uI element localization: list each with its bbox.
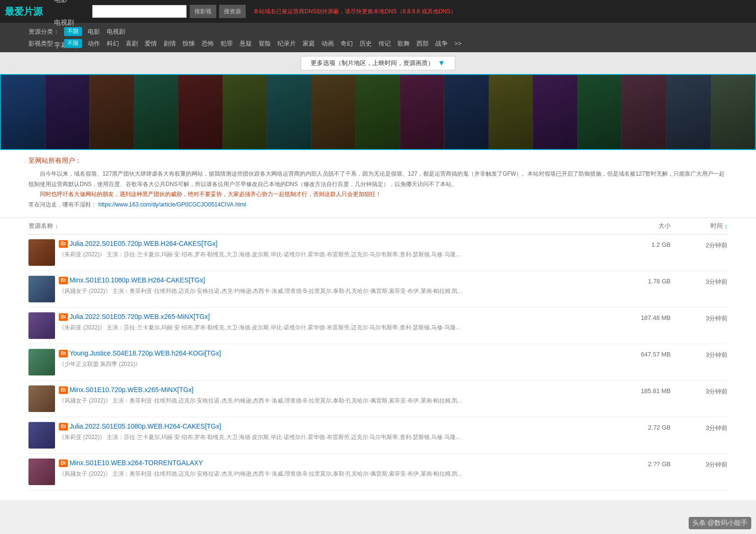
banner-poster-1[interactable] <box>1 75 46 149</box>
category-unlimit[interactable]: 不限 <box>64 27 82 36</box>
resource-title-6[interactable]: Bt Minx.S01E10.WEB.x264-TORRENTGALAXY <box>59 459 462 468</box>
resource-thumb-1[interactable] <box>28 276 55 302</box>
type-thriller[interactable]: 惊悚 <box>183 39 195 48</box>
banner-poster-16[interactable] <box>666 75 711 149</box>
type-family[interactable]: 家庭 <box>303 39 315 48</box>
banner-poster-7[interactable] <box>267 75 312 149</box>
table-row: Bt Minx.S01E10.720p.WEB.x265-MiNX[TGx] 《… <box>28 381 728 417</box>
resource-title-1[interactable]: Bt Minx.S01E10.1080p.WEB.H264-CAKES[TGx] <box>59 276 462 285</box>
banner-poster-15[interactable] <box>622 75 666 149</box>
type-biography[interactable]: 传记 <box>378 39 391 48</box>
type-romance[interactable]: 爱情 <box>145 39 157 48</box>
type-more[interactable]: >> <box>454 40 461 47</box>
site-logo: 最爱片源 <box>5 5 43 18</box>
header: 最爱片源 片源 电影 电视剧 字幕下载 搜影视 搜资源 本站域名已被运营商DNS… <box>0 0 756 23</box>
notice-p3-text: 常在河边走，哪有不湿鞋： <box>28 201 97 208</box>
resource-size-1: 1.78 GB <box>614 276 671 285</box>
sort-name-icon[interactable]: ↕ <box>55 223 58 230</box>
type-horror[interactable]: 恐怖 <box>202 39 214 48</box>
filter-bar: 资源分类： 不限 电影 电视剧 影视类型： 不限 动作 科幻 喜剧 爱情 剧情 … <box>0 23 756 52</box>
banner-poster-2[interactable] <box>46 75 90 149</box>
type-drama[interactable]: 剧情 <box>164 39 176 48</box>
resource-thumb-6[interactable] <box>28 459 55 485</box>
banner-poster-9[interactable] <box>356 75 400 149</box>
resource-text-4: Bt Minx.S01E10.720p.WEB.x265-MiNX[TGx] 《… <box>59 385 462 404</box>
bt-badge-3: Bt <box>59 350 68 357</box>
resource-thumb-3[interactable] <box>28 349 55 375</box>
type-adventure[interactable]: 冒险 <box>258 39 271 48</box>
type-crime[interactable]: 犯罪 <box>221 39 233 48</box>
type-scifi[interactable]: 科幻 <box>107 39 119 48</box>
header-notice: 本站域名已被运营商DNS劫持屏蔽，请尽快更换本地DNS（8.8.8.8 或其他D… <box>253 8 751 16</box>
resource-title-5[interactable]: Bt Julia.2022.S01E05.1080p.WEB.H264-CAKE… <box>59 422 461 431</box>
type-action[interactable]: 动作 <box>88 39 100 48</box>
resource-text-6: Bt Minx.S01E10.WEB.x264-TORRENTGALAXY 《风… <box>59 459 462 478</box>
resource-title-0[interactable]: Bt Julia.2022.S01E05.720p.WEB.H264-CAKES… <box>59 239 461 249</box>
search-film-btn[interactable]: 搜影视 <box>190 5 216 18</box>
resource-title-text-6: Minx.S01E10.WEB.x264-TORRENTGALAXY <box>70 459 203 468</box>
search-input[interactable] <box>92 5 187 18</box>
banner-poster-14[interactable] <box>578 75 622 149</box>
type-animation[interactable]: 动画 <box>322 39 334 48</box>
type-war[interactable]: 战争 <box>435 39 448 48</box>
col-size-header: 大小 <box>614 222 671 230</box>
bt-badge-4: Bt <box>59 386 68 394</box>
notice-p1: 自今年以来，域名假墙、127黑产团伙大肆肆虐各大有权重的网站，据我猜测这些团伙跟… <box>28 169 728 189</box>
type-comedy[interactable]: 喜剧 <box>126 39 138 48</box>
banner-poster-4[interactable] <box>134 75 179 149</box>
banner-poster-13[interactable] <box>533 75 578 149</box>
more-options-button[interactable]: 更多选项（制片地区，上映时间，资源画质） ▼ <box>301 56 455 70</box>
resource-text-3: Bt Young.Justice.S04E18.720p.WEB.h264-KO… <box>59 349 221 368</box>
resource-thumb-5[interactable] <box>28 422 55 449</box>
category-filter-row: 资源分类： 不限 电影 电视剧 <box>28 26 728 37</box>
type-musical[interactable]: 歌舞 <box>397 39 410 48</box>
type-fantasy[interactable]: 奇幻 <box>341 39 353 48</box>
resource-thumb-2[interactable] <box>28 312 55 339</box>
resource-thumb-4[interactable] <box>28 385 55 412</box>
resource-time-6: 3分钟前 <box>671 459 728 469</box>
resource-title-2[interactable]: Bt Julia.2022.S01E05.720p.WEB.x265-MiNX[… <box>59 312 461 322</box>
nav-dian-ying[interactable]: 电影 <box>47 0 87 11</box>
type-unlimit[interactable]: 不限 <box>64 39 82 48</box>
banner-poster-12[interactable] <box>489 75 534 149</box>
type-mystery[interactable]: 悬疑 <box>240 39 252 48</box>
banner-poster-11[interactable] <box>444 75 489 149</box>
resource-title-text-0: Julia.2022.S01E05.720p.WEB.H264-CAKES[TG… <box>70 239 218 249</box>
category-label: 资源分类： <box>28 28 59 36</box>
banner-poster-8[interactable] <box>312 75 356 149</box>
resource-title-text-4: Minx.S01E10.720p.WEB.x265-MiNX[TGx] <box>70 385 194 395</box>
col-time-label: 时间 <box>710 222 723 230</box>
notice-link[interactable]: https://www.163.com/dy/article/GP0CGCJO0… <box>98 201 246 208</box>
bt-badge-6: Bt <box>59 459 68 467</box>
bt-badge-2: Bt <box>59 313 68 321</box>
banner-poster-3[interactable] <box>90 75 134 149</box>
resource-info-3: Bt Young.Justice.S04E18.720p.WEB.h264-KO… <box>28 349 614 375</box>
resource-title-4[interactable]: Bt Minx.S01E10.720p.WEB.x265-MiNX[TGx] <box>59 385 462 395</box>
type-western[interactable]: 西部 <box>416 39 429 48</box>
sort-time-icon[interactable]: ↕ <box>725 223 728 230</box>
table-row: Bt Minx.S01E10.1080p.WEB.H264-CAKES[TGx]… <box>28 271 728 308</box>
col-time-header: 时间 ↕ <box>671 222 728 230</box>
category-movie[interactable]: 电影 <box>88 28 100 36</box>
bt-badge-5: Bt <box>59 423 68 431</box>
type-filter-row: 影视类型： 不限 动作 科幻 喜剧 爱情 剧情 惊悚 恐怖 犯罪 悬疑 冒险 纪… <box>28 37 728 49</box>
resource-title-text-3: Young.Justice.S04E18.720p.WEB.h264-KOGi[… <box>70 349 221 358</box>
resource-title-3[interactable]: Bt Young.Justice.S04E18.720p.WEB.h264-KO… <box>59 349 221 358</box>
resource-info-2: Bt Julia.2022.S01E05.720p.WEB.x265-MiNX[… <box>28 312 614 339</box>
table-row: Bt Julia.2022.S01E05.720p.WEB.H264-CAKES… <box>28 234 728 271</box>
type-history[interactable]: 历史 <box>360 39 372 48</box>
notice-p3: 常在河边走，哪有不湿鞋： https://www.163.com/dy/arti… <box>28 200 728 210</box>
resource-desc-6: 《风骚女子 (2022)》 主演：奥菲利亚·拉维邦德,迈克尔·安格拉诺,杰克·约… <box>59 470 462 478</box>
resource-size-5: 2.72 GB <box>614 422 671 431</box>
banner-poster-17[interactable] <box>711 75 756 149</box>
resource-text-1: Bt Minx.S01E10.1080p.WEB.H264-CAKES[TGx]… <box>59 276 462 295</box>
search-resource-btn[interactable]: 搜资源 <box>219 5 246 18</box>
category-tv[interactable]: 电视剧 <box>107 28 125 36</box>
notice-body: 自今年以来，域名假墙、127黑产团伙大肆肆虐各大有权重的网站，据我猜测这些团伙跟… <box>28 169 728 210</box>
banner-poster-6[interactable] <box>223 75 267 149</box>
banner-poster-5[interactable] <box>178 75 223 149</box>
resource-text-5: Bt Julia.2022.S01E05.1080p.WEB.H264-CAKE… <box>59 422 461 441</box>
resource-thumb-0[interactable] <box>28 239 55 266</box>
type-documentary[interactable]: 纪录片 <box>277 39 296 48</box>
banner-poster-10[interactable] <box>400 75 445 149</box>
